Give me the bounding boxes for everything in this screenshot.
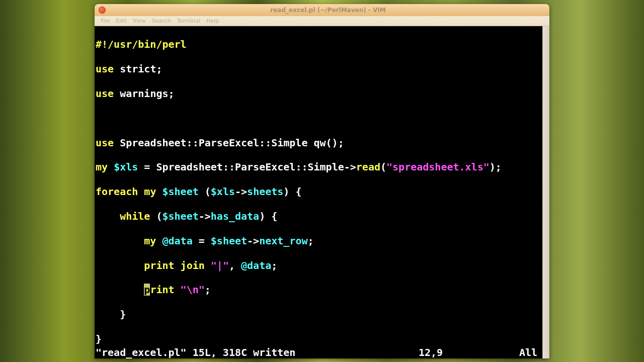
vim-statusbar: "read_excel.pl" 15L, 318C written 12,9 A…: [95, 346, 542, 358]
code-line-7: foreach my $sheet ($xls->sheets) {: [96, 186, 548, 198]
menu-help[interactable]: Help: [203, 17, 222, 25]
window-titlebar: read_excel.pl (~/PerlMaven) - VIM: [95, 4, 549, 16]
code-line-5: use Spreadsheet::ParseExcel::Simple qw()…: [96, 137, 548, 149]
cursor-position: 12,9: [419, 346, 519, 358]
menu-edit[interactable]: Edit: [113, 17, 129, 25]
editor-area[interactable]: #!/usr/bin/perl use strict; use warnings…: [95, 26, 549, 358]
window-title: read_excel.pl (~/PerlMaven) - VIM: [111, 7, 545, 14]
code-line-13: }: [96, 333, 548, 345]
code-line-8: while ($sheet->has_data) {: [96, 210, 548, 222]
code-line-1: #!/usr/bin/perl: [96, 38, 548, 50]
status-message: "read_excel.pl" 15L, 318C written: [96, 346, 295, 358]
code-line-3: use warnings;: [96, 87, 548, 100]
menu-search[interactable]: Search: [149, 17, 174, 25]
menu-view[interactable]: View: [130, 17, 149, 25]
menubar: File Edit View Search Terminal Help: [95, 16, 549, 26]
vim-window: read_excel.pl (~/PerlMaven) - VIM File E…: [95, 4, 549, 358]
shebang: #!/usr/bin/perl: [96, 38, 187, 50]
code-line-11: print "\n";: [96, 284, 548, 296]
menu-terminal[interactable]: Terminal: [174, 17, 204, 25]
code-line-6: my $xls = Spreadsheet::ParseExcel::Simpl…: [96, 161, 548, 173]
code-line-9: my @data = $sheet->next_row;: [96, 235, 548, 247]
cursor: p: [144, 284, 150, 296]
code-line-12: }: [96, 308, 548, 320]
code-line-2: use strict;: [96, 63, 548, 75]
code-line-4: [96, 112, 548, 124]
close-icon[interactable]: [99, 7, 106, 14]
code-line-10: print join "|", @data;: [96, 259, 548, 272]
menu-file[interactable]: File: [98, 17, 113, 25]
scroll-indicator: All: [519, 346, 542, 358]
scrollbar[interactable]: [542, 26, 549, 358]
